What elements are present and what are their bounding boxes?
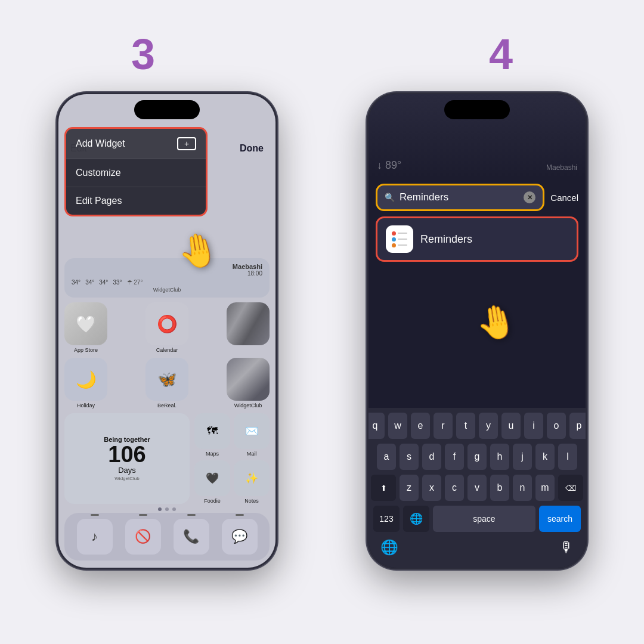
key-o[interactable]: o: [547, 413, 566, 439]
calendar-icon[interactable]: ⭕ Calendar: [145, 302, 188, 353]
key-numbers[interactable]: 123: [373, 506, 400, 532]
phone-2: ↓ 89° Maebashi 🔍 Reminders ✕ Cancel: [367, 92, 587, 569]
maps-label: Maps: [206, 451, 219, 457]
app-row-2: 🌙 Holiday 🦋 BeReal. WidgetClub: [64, 358, 270, 408]
key-c[interactable]: c: [445, 475, 464, 501]
key-t[interactable]: t: [456, 413, 475, 439]
key-search-button[interactable]: search: [539, 506, 581, 532]
bereal-icon[interactable]: 🦋 BeReal.: [145, 358, 188, 408]
key-f[interactable]: f: [445, 444, 464, 470]
mail-label: Mail: [247, 451, 257, 457]
safari-dock-icon[interactable]: 🚫: [125, 519, 161, 555]
key-s[interactable]: s: [400, 444, 419, 470]
done-button[interactable]: Done: [240, 143, 264, 154]
key-p[interactable]: p: [569, 413, 586, 439]
messages-dock-icon[interactable]: 💬: [222, 519, 258, 555]
key-q[interactable]: q: [369, 413, 385, 439]
customize-label: Customize: [76, 168, 121, 178]
temp3: 34°: [99, 279, 108, 286]
search-container: 🔍 Reminders ✕ Cancel: [369, 178, 586, 217]
key-d[interactable]: d: [422, 444, 441, 470]
dynamic-island-2: [444, 100, 510, 119]
marble-widget: [227, 302, 270, 353]
temp5: ☂ 27°: [127, 279, 143, 286]
widgetclub-label: WidgetClub: [234, 402, 262, 408]
key-y[interactable]: y: [479, 413, 498, 439]
app-store-icon[interactable]: 🤍 App Store: [64, 302, 107, 353]
notes-icon[interactable]: ✨ Notes: [234, 460, 270, 504]
key-u[interactable]: u: [501, 413, 521, 439]
calendar-label: Calendar: [156, 347, 178, 353]
key-a[interactable]: a: [377, 444, 396, 470]
maebashi-label: Maebashi: [233, 263, 262, 270]
search-magnifier-icon: 🔍: [385, 193, 395, 202]
notes-label: Notes: [244, 498, 259, 504]
customize-menu-item[interactable]: Customize: [66, 159, 206, 187]
search-bar[interactable]: 🔍 Reminders ✕: [376, 184, 544, 211]
key-i[interactable]: i: [524, 413, 543, 439]
big-widget-row: Being together 106 Days WidgetClub 🗺: [64, 413, 270, 504]
temp1: 34°: [72, 279, 80, 286]
key-n[interactable]: n: [513, 475, 532, 501]
love-counter-widget: Being together 106 Days WidgetClub: [64, 413, 190, 504]
reminders-result[interactable]: Reminders: [376, 216, 578, 262]
days-label: Days: [118, 466, 136, 475]
keyboard-bottom-row: 123 🌐 space search: [371, 506, 583, 532]
main-container: 3 4 Edit Done Add Widget Customi: [0, 0, 644, 644]
key-l[interactable]: l: [558, 444, 577, 470]
app-row-1: 🤍 App Store ⭕ Calendar: [64, 302, 270, 353]
music-dock-icon[interactable]: ♪: [77, 519, 113, 555]
temp2: 34°: [85, 279, 94, 286]
reminders-name: Reminders: [420, 233, 472, 246]
maps-icon[interactable]: 🗺 Maps: [194, 413, 230, 457]
microphone-icon[interactable]: 🎙: [559, 539, 574, 556]
foodie-label: Foodie: [204, 498, 221, 504]
key-k[interactable]: k: [535, 444, 555, 470]
dock: ♪ 🚫 📞 💬: [64, 513, 270, 561]
key-b[interactable]: b: [490, 475, 509, 501]
dynamic-island-1: [134, 100, 200, 119]
key-delete[interactable]: ⌫: [558, 475, 583, 501]
keyboard-row-2: a s d f g h j k l: [371, 444, 583, 470]
keyboard-row-1: q w e r t y u i o p: [371, 413, 583, 439]
key-v[interactable]: v: [467, 475, 487, 501]
weather-widget-label: WidgetClub: [72, 287, 262, 293]
edit-pages-label: Edit Pages: [76, 196, 122, 206]
holiday-icon[interactable]: 🌙 Holiday: [64, 358, 107, 408]
key-space[interactable]: space: [433, 506, 535, 532]
bereal-label: BeReal.: [157, 402, 177, 408]
key-z[interactable]: z: [400, 475, 419, 501]
temp-display: ↓ 89°: [377, 159, 401, 172]
cancel-button[interactable]: Cancel: [550, 193, 578, 203]
key-shift[interactable]: ⬆: [371, 475, 396, 501]
key-r[interactable]: r: [434, 413, 453, 439]
edit-pages-menu-item[interactable]: Edit Pages: [66, 187, 206, 215]
page-indicator: [58, 507, 275, 511]
hand-cursor-1: 🤚: [175, 228, 222, 274]
key-g[interactable]: g: [467, 444, 487, 470]
foodie-icon[interactable]: 🖤 Foodie: [194, 460, 230, 504]
key-e[interactable]: e: [411, 413, 430, 439]
holiday-label: Holiday: [77, 402, 95, 408]
key-m[interactable]: m: [535, 475, 555, 501]
reminders-list-visual: [392, 231, 407, 247]
key-w[interactable]: w: [388, 413, 407, 439]
key-j[interactable]: j: [513, 444, 532, 470]
phone-dock-icon[interactable]: 📞: [174, 519, 209, 555]
add-widget-menu-item[interactable]: Add Widget: [66, 129, 206, 159]
search-query-text: Reminders: [400, 191, 519, 203]
mail-icon[interactable]: ✉️ Mail: [234, 413, 270, 457]
key-x[interactable]: x: [422, 475, 441, 501]
key-h[interactable]: h: [490, 444, 509, 470]
weather-widget: Maebashi 18:00 34° 34° 34° 33° ☂ 27° Wid…: [64, 258, 270, 298]
key-emoji[interactable]: 🌐: [403, 506, 429, 532]
weather-time: 18:00: [233, 270, 262, 277]
reminders-app-icon: [386, 225, 413, 253]
hand-cursor-2: 🤚: [473, 300, 520, 345]
maebashi-header: Maebashi: [546, 163, 577, 172]
search-clear-button[interactable]: ✕: [524, 191, 535, 203]
globe-icon[interactable]: 🌐: [380, 539, 398, 556]
step-4-number: 4: [489, 30, 513, 79]
temp4: 33°: [113, 279, 122, 286]
app-store-label: App Store: [74, 347, 98, 353]
